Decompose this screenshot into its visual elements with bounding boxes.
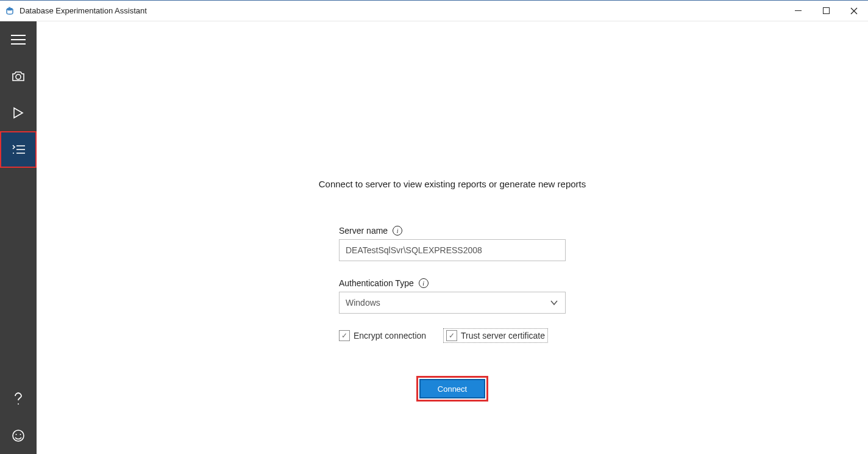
auth-type-select[interactable] [339,292,566,314]
svg-point-0 [7,7,13,10]
title-bar: Database Experimentation Assistant [0,1,868,21]
trust-label: Trust server certificate [461,331,545,340]
window-controls [784,1,868,21]
svg-point-8 [16,74,21,79]
info-icon[interactable]: i [419,278,429,288]
trust-certificate-checkbox[interactable]: ✓ Trust server certificate [443,328,548,343]
auth-type-label-row: Authentication Type i [339,278,566,288]
server-name-input[interactable] [339,239,566,261]
svg-point-17 [20,434,21,435]
svg-marker-9 [14,108,23,118]
connect-button-highlight: Connect [416,376,488,402]
svg-point-16 [16,434,17,435]
maximize-button[interactable] [812,1,840,21]
sidebar-play-button[interactable] [0,95,37,131]
svg-point-14 [18,403,19,405]
server-name-label-row: Server name i [339,226,566,236]
sidebar-feedback-button[interactable] [0,417,37,454]
encrypt-connection-checkbox[interactable]: ✓ Encrypt connection [339,330,426,341]
checkbox-icon: ✓ [446,330,457,341]
sidebar-menu-button[interactable] [0,21,37,58]
sidebar-help-button[interactable] [0,381,37,417]
window-title: Database Experimentation Assistant [20,6,147,15]
encrypt-label: Encrypt connection [354,331,426,340]
checkbox-icon: ✓ [339,330,350,341]
sidebar-capture-button[interactable] [0,58,37,95]
auth-type-value[interactable] [339,292,566,314]
sidebar [0,21,37,454]
sidebar-reports-button[interactable] [0,131,37,168]
server-name-label: Server name [339,226,388,236]
close-button[interactable] [840,1,868,21]
connect-button[interactable]: Connect [419,379,485,398]
page-heading: Connect to server to view existing repor… [306,179,599,189]
auth-type-label: Authentication Type [339,278,414,288]
main-content: Connect to server to view existing repor… [37,21,868,454]
app-icon [5,6,15,16]
info-icon[interactable]: i [393,226,402,236]
svg-rect-2 [823,8,829,14]
minimize-button[interactable] [784,1,812,21]
